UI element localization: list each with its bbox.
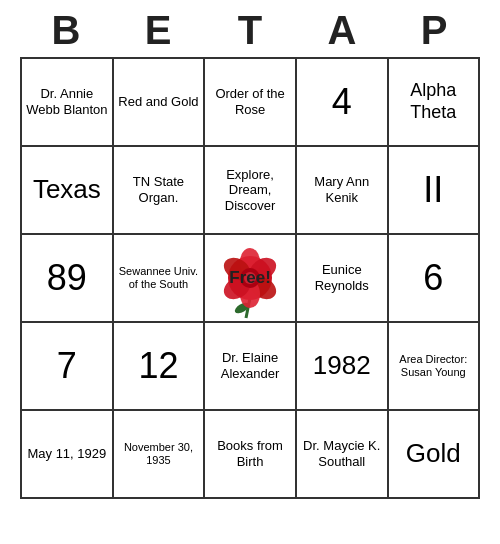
cell-r0-c0: Dr. Annie Webb Blanton xyxy=(21,58,113,146)
cell-r1-c4: II xyxy=(388,146,479,234)
cell-r4-c0: May 11, 1929 xyxy=(21,410,113,498)
cell-r1-c0: Texas xyxy=(21,146,113,234)
cell-r4-c1: November 30, 1935 xyxy=(113,410,204,498)
header-t: T xyxy=(208,8,292,53)
header-p: P xyxy=(392,8,476,53)
cell-r3-c2: Dr. Elaine Alexander xyxy=(204,322,296,410)
cell-r4-c3: Dr. Maycie K. Southall xyxy=(296,410,388,498)
cell-r0-c4: Alpha Theta xyxy=(388,58,479,146)
cell-r0-c2: Order of the Rose xyxy=(204,58,296,146)
cell-r2-c3: Eunice Reynolds xyxy=(296,234,388,322)
cell-r1-c3: Mary Ann Kenik xyxy=(296,146,388,234)
cell-r0-c3: 4 xyxy=(296,58,388,146)
cell-r1-c2: Explore, Dream, Discover xyxy=(204,146,296,234)
cell-r4-c2: Books from Birth xyxy=(204,410,296,498)
cell-r0-c1: Red and Gold xyxy=(113,58,204,146)
header-e: E xyxy=(116,8,200,53)
bingo-grid: Dr. Annie Webb BlantonRed and GoldOrder … xyxy=(20,57,480,499)
cell-r2-c1: Sewannee Univ. of the South xyxy=(113,234,204,322)
cell-r1-c1: TN State Organ. xyxy=(113,146,204,234)
cell-r4-c4: Gold xyxy=(388,410,479,498)
header-a: A xyxy=(300,8,384,53)
cell-r2-c4: 6 xyxy=(388,234,479,322)
cell-r3-c4: Area Director: Susan Young xyxy=(388,322,479,410)
cell-r3-c1: 12 xyxy=(113,322,204,410)
cell-r3-c3: 1982 xyxy=(296,322,388,410)
bingo-header: B E T A P xyxy=(20,0,480,57)
header-b: B xyxy=(24,8,108,53)
cell-r2-c2: Free! xyxy=(204,234,296,322)
cell-r3-c0: 7 xyxy=(21,322,113,410)
cell-r2-c0: 89 xyxy=(21,234,113,322)
